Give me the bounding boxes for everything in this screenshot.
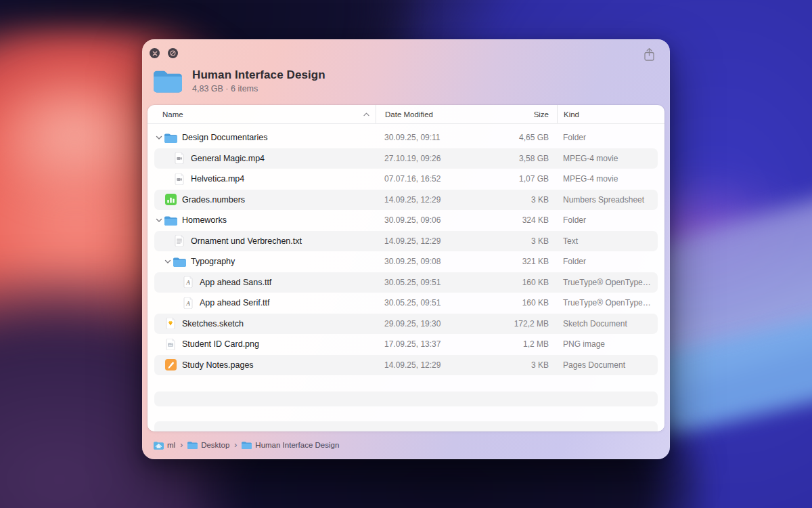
sketch-file-icon — [164, 318, 177, 329]
breadcrumb-label: Desktop — [201, 441, 229, 449]
date-modified-cell: 30.05.25, 09:51 — [376, 298, 489, 308]
file-name-cell: Helvetica.mp4 — [154, 173, 376, 185]
table-row[interactable]: Design Documentaries30.09.25, 09:114,65 … — [154, 127, 658, 148]
size-cell: 3 KB — [489, 236, 557, 246]
file-name: App ahead Sans.ttf — [200, 278, 271, 287]
file-name: Design Documentaries — [182, 133, 267, 142]
file-name: General Magic.mp4 — [191, 154, 265, 163]
kind-cell: TrueType® OpenType… — [557, 298, 656, 308]
file-name-cell: Grades.numbers — [154, 194, 376, 205]
disclosure-chevron-icon[interactable] — [154, 218, 164, 223]
breadcrumb-separator: › — [233, 440, 238, 450]
date-modified-cell: 30.05.25, 09:51 — [376, 278, 489, 287]
date-modified-cell: 14.09.25, 12:29 — [376, 236, 489, 246]
breadcrumb-item[interactable]: ml — [154, 441, 175, 450]
close-button[interactable] — [150, 48, 160, 58]
kind-cell: MPEG-4 movie — [557, 154, 656, 163]
table-row[interactable]: General Magic.mp427.10.19, 09:263,58 GBM… — [154, 148, 658, 169]
folder-small-icon — [242, 441, 252, 449]
movie-file-icon — [173, 173, 186, 185]
table-row[interactable]: Study Notes.pages14.09.25, 12:293 KBPage… — [154, 355, 658, 376]
file-name-cell: Sketches.sketch — [154, 318, 376, 329]
file-name: Sketches.sketch — [182, 319, 244, 329]
file-name-cell: Study Notes.pages — [154, 359, 376, 371]
size-cell: 1,2 MB — [489, 339, 557, 349]
date-modified-cell: 07.07.16, 16:52 — [376, 174, 489, 184]
png-file-icon — [164, 339, 177, 350]
size-cell: 160 KB — [489, 278, 557, 287]
kind-cell: PNG image — [557, 339, 656, 349]
kind-cell: Folder — [557, 215, 656, 225]
table-row[interactable]: A App ahead Sans.ttf30.05.25, 09:51160 K… — [154, 272, 658, 293]
breadcrumb-item[interactable]: Human Interface Design — [242, 441, 339, 449]
table-row[interactable]: Helvetica.mp407.07.16, 16:521,07 GBMPEG-… — [154, 169, 658, 190]
file-list-panel: Name Date Modified Size Kind Design Docu… — [148, 105, 664, 431]
file-name-cell: Homeworks — [154, 215, 376, 226]
sort-ascending-icon — [363, 112, 369, 117]
font-file-icon: A — [181, 297, 195, 309]
file-name-cell: General Magic.mp4 — [154, 152, 376, 164]
kind-cell: Text — [557, 236, 656, 246]
breadcrumb: ml› Desktop› Human Interface Design — [154, 438, 339, 452]
size-cell: 4,65 GB — [489, 133, 557, 142]
breadcrumb-separator: › — [179, 440, 183, 450]
file-name-cell: Student ID Card.png — [154, 339, 376, 350]
desktop: Human Interface Design 4,83 GB · 6 items… — [0, 0, 812, 508]
table-row[interactable]: Homeworks30.09.25, 09:06324 KBFolder — [154, 210, 658, 231]
table-row[interactable]: A App ahead Serif.ttf30.05.25, 09:51160 … — [154, 293, 658, 314]
table-row[interactable]: Grades.numbers14.09.25, 12:293 KBNumbers… — [154, 190, 658, 211]
folder-icon — [173, 257, 186, 267]
column-header-date-modified[interactable]: Date Modified — [376, 105, 489, 123]
file-name: Helvetica.mp4 — [191, 174, 244, 184]
breadcrumb-item[interactable]: Desktop — [187, 441, 229, 449]
disclosure-chevron-icon[interactable] — [154, 135, 164, 140]
text-file-icon — [173, 235, 186, 247]
table-row[interactable]: Student ID Card.png17.09.25, 13:371,2 MB… — [154, 334, 658, 355]
empty-row — [154, 421, 658, 431]
date-modified-cell: 14.09.25, 12:29 — [376, 195, 489, 205]
file-name-cell: Design Documentaries — [154, 133, 376, 143]
empty-row — [154, 391, 658, 406]
date-modified-cell: 27.10.19, 09:26 — [376, 154, 489, 163]
home-icon — [154, 441, 164, 450]
size-cell: 3 KB — [489, 360, 557, 370]
disclosure-chevron-icon[interactable] — [163, 259, 173, 264]
table-row[interactable]: Typography30.09.25, 09:08321 KBFolder — [154, 251, 658, 272]
size-cell: 172,2 MB — [489, 319, 557, 329]
table-row[interactable]: Sketches.sketch29.09.25, 19:30172,2 MBSk… — [154, 314, 658, 335]
share-icon — [644, 47, 655, 64]
size-cell: 1,07 GB — [489, 174, 557, 184]
column-header-row: Name Date Modified Size Kind — [148, 105, 664, 124]
size-cell: 324 KB — [489, 215, 557, 225]
window-header: Human Interface Design 4,83 GB · 6 items — [154, 68, 325, 93]
column-header-kind[interactable]: Kind — [557, 105, 664, 123]
file-name-cell: A App ahead Serif.ttf — [154, 297, 376, 309]
folder-icon — [164, 133, 177, 143]
size-cell: 160 KB — [489, 298, 557, 308]
window-controls — [150, 48, 178, 58]
file-name: Study Notes.pages — [182, 360, 254, 370]
date-modified-cell: 30.09.25, 09:06 — [376, 215, 489, 225]
file-name: Homeworks — [182, 215, 227, 225]
file-name: Student ID Card.png — [182, 339, 259, 349]
kind-cell: MPEG-4 movie — [557, 174, 656, 184]
folder-icon — [154, 68, 182, 93]
file-name-cell: Typography — [154, 257, 376, 267]
size-cell: 3,58 GB — [489, 154, 557, 163]
font-file-icon: A — [181, 276, 195, 288]
window-subtitle: 4,83 GB · 6 items — [192, 84, 325, 93]
date-modified-cell: 30.09.25, 09:08 — [376, 257, 489, 266]
table-row[interactable]: Ornament und Verbrechen.txt14.09.25, 12:… — [154, 231, 658, 252]
column-header-size[interactable]: Size — [489, 105, 557, 123]
column-header-name[interactable]: Name — [148, 105, 376, 123]
numbers-file-icon — [164, 194, 177, 205]
kind-cell: Folder — [557, 257, 656, 266]
share-button[interactable] — [641, 47, 656, 64]
movie-file-icon — [173, 152, 186, 164]
file-name: Typography — [191, 257, 235, 266]
date-modified-cell: 17.09.25, 13:37 — [376, 339, 489, 349]
window-title: Human Interface Design — [192, 68, 325, 82]
kind-cell: Numbers Spreadsheet — [557, 195, 656, 205]
breadcrumb-label: ml — [167, 441, 175, 449]
prohibit-button[interactable] — [168, 48, 178, 58]
